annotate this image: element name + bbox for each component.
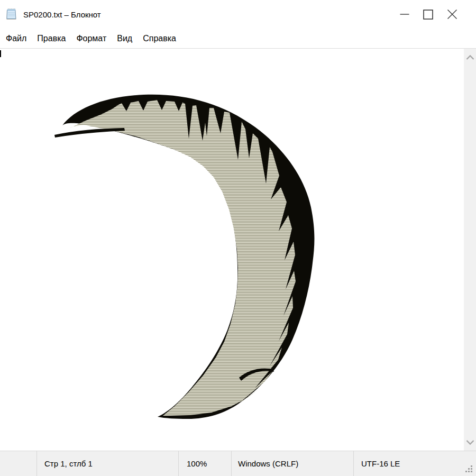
crescent-moon-artwork xyxy=(0,49,464,451)
notepad-icon xyxy=(4,7,18,21)
line-ending-status: Windows (CRLF) xyxy=(238,451,298,476)
close-icon xyxy=(447,9,457,20)
status-separator xyxy=(36,451,37,476)
menu-edit[interactable]: Правка xyxy=(32,29,71,48)
window-title: SP0200.txt – Блокнот xyxy=(23,10,101,19)
minimize-button[interactable] xyxy=(392,4,416,25)
menu-view[interactable]: Вид xyxy=(112,29,138,48)
window-controls xyxy=(392,4,464,25)
menu-bar: Файл Правка Формат Вид Справка xyxy=(0,29,476,49)
menu-format[interactable]: Формат xyxy=(71,29,112,48)
minimize-icon xyxy=(400,10,409,19)
status-separator xyxy=(178,451,179,476)
status-separator xyxy=(353,451,354,476)
tip-streak xyxy=(54,128,125,138)
cursor-position-status: Стр 1, стлб 1 xyxy=(44,451,93,476)
scroll-down-button[interactable] xyxy=(464,436,476,448)
menu-help[interactable]: Справка xyxy=(138,29,181,48)
title-bar: SP0200.txt – Блокнот xyxy=(0,0,476,29)
maximize-icon xyxy=(423,10,433,20)
vertical-scrollbar[interactable] xyxy=(464,49,476,451)
status-separator xyxy=(231,451,232,476)
status-bar: Стр 1, стлб 1 100% Windows (CRLF) UTF-16… xyxy=(0,451,476,476)
chevron-up-icon xyxy=(466,54,474,60)
chevron-down-icon xyxy=(466,440,474,445)
maximize-button[interactable] xyxy=(416,4,440,25)
menu-file[interactable]: Файл xyxy=(1,29,32,48)
encoding-status: UTF-16 LE xyxy=(361,451,400,476)
scroll-up-button[interactable] xyxy=(464,51,476,63)
close-button[interactable] xyxy=(440,4,464,25)
text-editor-area[interactable] xyxy=(0,49,476,451)
notepad-window: SP0200.txt – Блокнот Файл Правка Формат xyxy=(0,0,476,476)
zoom-level-status: 100% xyxy=(187,451,207,476)
resize-grip-icon[interactable] xyxy=(465,465,473,473)
